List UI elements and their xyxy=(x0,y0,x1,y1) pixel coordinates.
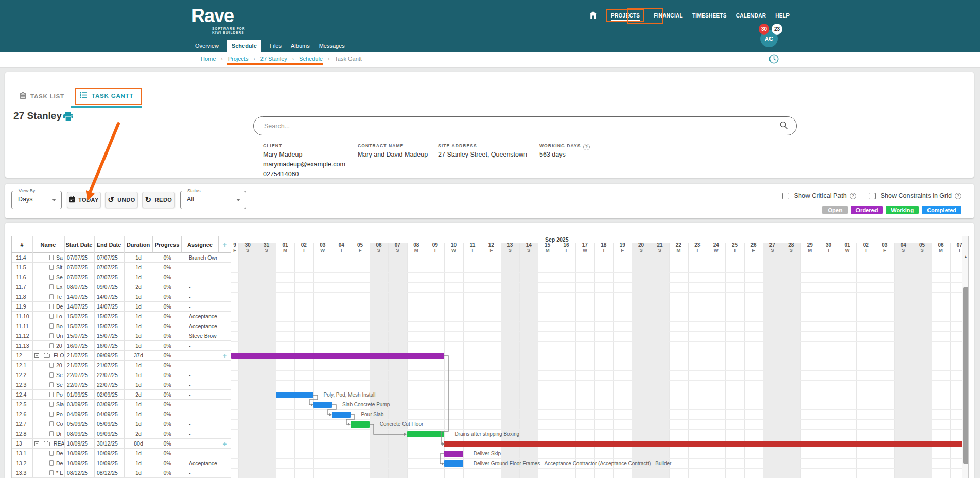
status-value: All xyxy=(187,196,194,203)
add-subtask-icon[interactable]: + xyxy=(223,351,227,360)
scrollbar-thumb[interactable] xyxy=(963,287,968,464)
gantt-bar[interactable] xyxy=(444,441,962,447)
project-info-card: TASK LIST TASK GANTT 27 Stanley CLIENT M… xyxy=(5,72,974,178)
document-icon xyxy=(49,363,54,368)
gantt-options: Show Critical Path ? Show Constraints in… xyxy=(782,192,961,199)
cell-end-date: 09/09/25 xyxy=(94,429,124,439)
subnav-tab-schedule[interactable]: Schedule xyxy=(227,40,261,52)
nav-item-label: CALENDAR xyxy=(736,13,766,19)
cell-progress: 0% xyxy=(153,439,182,449)
day-letter: M xyxy=(276,248,294,253)
show-critical-path-checkbox[interactable] xyxy=(782,193,789,199)
view-by-value: Days xyxy=(18,196,32,203)
notification-badge-white[interactable]: 23 xyxy=(772,24,782,35)
cell-duration: 2d xyxy=(124,390,153,400)
cell-duration: 1d xyxy=(124,380,153,390)
working-days-help-icon[interactable]: ? xyxy=(583,144,590,150)
day-letter: W xyxy=(575,248,594,253)
scrollbar-up-arrow[interactable]: ▲ xyxy=(962,254,969,260)
cell-end-date: 22/07/25 xyxy=(94,370,124,380)
cell-end-date: 21/07/25 xyxy=(94,361,124,370)
collapse-icon[interactable]: − xyxy=(34,353,39,358)
subnav-tab-overview[interactable]: Overview xyxy=(194,40,220,52)
clock-icon[interactable] xyxy=(769,54,779,66)
collapse-icon[interactable]: − xyxy=(34,441,39,446)
tab-task-list[interactable]: TASK LIST xyxy=(20,92,64,100)
home-icon[interactable] xyxy=(589,11,597,20)
redo-button[interactable]: ↻ REDO xyxy=(142,192,175,208)
column-header-progress: Progress xyxy=(153,236,182,253)
today-button[interactable]: TODAY xyxy=(67,192,101,208)
day-letter: T xyxy=(688,248,707,253)
cell-start-date: 15/07/25 xyxy=(64,321,94,331)
cell-task-name: Un xyxy=(32,331,64,341)
cell-duration: 80d xyxy=(124,439,153,449)
cell-start-date: 15/07/25 xyxy=(64,331,94,341)
cell-duration: 1d xyxy=(124,272,153,282)
breadcrumb-bar: Home›Projects›27 Stanley›Schedule›Task G… xyxy=(0,52,980,68)
gantt-toolbar-card: View By Days TODAY ↺ UNDO ↻ REDO Status … xyxy=(5,184,974,218)
breadcrumb-link-home[interactable]: Home xyxy=(201,56,216,62)
cell-duration: 1d xyxy=(124,312,153,321)
cell-task-name: Lo xyxy=(32,312,64,321)
breadcrumb-separator: › xyxy=(292,56,294,62)
gantt-bar[interactable] xyxy=(313,402,332,408)
gantt-bar[interactable] xyxy=(444,460,463,467)
breadcrumb-link-projects[interactable]: Projects xyxy=(228,56,249,62)
gantt-bar[interactable] xyxy=(351,421,369,428)
cell-progress: 0% xyxy=(153,282,182,292)
critical-path-help-icon[interactable]: ? xyxy=(850,193,856,199)
chevron-down-icon xyxy=(236,199,240,201)
cell-start-date: 10/09/25 xyxy=(64,439,94,449)
gantt-bar[interactable] xyxy=(276,392,313,398)
status-select[interactable]: Status All xyxy=(180,191,246,209)
document-icon xyxy=(49,431,54,436)
add-task-icon[interactable]: + xyxy=(223,240,227,249)
add-subtask-icon[interactable]: + xyxy=(223,439,227,448)
document-icon xyxy=(49,460,54,466)
document-icon xyxy=(49,275,54,280)
search-input[interactable] xyxy=(264,123,780,130)
rave-logo[interactable]: Rave xyxy=(191,5,234,27)
row-gridline xyxy=(231,409,969,410)
breadcrumb-link-27-stanley[interactable]: 27 Stanley xyxy=(260,56,287,62)
project-subnav: OverviewScheduleFilesAlbumsMessages xyxy=(194,40,346,52)
constraints-help-icon[interactable]: ? xyxy=(955,193,961,199)
search-icon[interactable] xyxy=(780,121,788,131)
show-constraints-checkbox[interactable] xyxy=(869,193,876,199)
nav-item-help[interactable]: HELP xyxy=(775,13,790,19)
subnav-tab-files[interactable]: Files xyxy=(269,40,283,52)
gantt-bar-label: Deliver Skip xyxy=(474,451,501,457)
document-icon xyxy=(49,323,54,329)
cell-task-name: Sit xyxy=(32,263,64,272)
gantt-bar[interactable] xyxy=(407,431,445,437)
cell-end-date: 15/07/25 xyxy=(94,331,124,341)
view-by-select[interactable]: View By Days xyxy=(11,191,62,209)
cell-task-id: 11.8 xyxy=(12,292,32,302)
cell-task-id: 11.6 xyxy=(12,272,32,282)
nav-item-timesheets[interactable]: TIMESHEETS xyxy=(692,13,727,19)
print-icon[interactable] xyxy=(63,112,74,124)
cell-task-id: 12.1 xyxy=(12,361,32,370)
subnav-tab-albums[interactable]: Albums xyxy=(290,40,311,52)
gantt-bar[interactable] xyxy=(444,451,463,457)
breadcrumb-link-schedule[interactable]: Schedule xyxy=(299,56,323,62)
app-header: Rave SOFTWARE FORKIWI BUILDERS PROJECTSF… xyxy=(0,0,980,52)
subnav-tab-messages[interactable]: Messages xyxy=(318,40,346,52)
notification-badge-red[interactable]: 30 xyxy=(759,24,769,35)
nav-item-calendar[interactable]: CALENDAR xyxy=(736,13,766,19)
cell-end-date: 03/09/25 xyxy=(94,400,124,409)
document-icon xyxy=(49,402,54,407)
cell-task-name: −FLOC xyxy=(32,351,64,361)
cell-start-date: 08/09/25 xyxy=(64,429,94,439)
gantt-bar-label: Concrete Cut Floor xyxy=(380,421,423,428)
cell-task-id: 11.12 xyxy=(12,331,32,341)
add-column-header[interactable]: + xyxy=(219,236,231,253)
gantt-bar[interactable] xyxy=(231,353,444,359)
gantt-bar[interactable] xyxy=(332,412,351,418)
task-name-label: Te xyxy=(56,292,62,302)
undo-button[interactable]: ↺ UNDO xyxy=(105,192,138,208)
cell-task-id: 13.3 xyxy=(12,468,32,478)
task-name-label: Co xyxy=(56,419,63,429)
task-name-label: * E xyxy=(56,468,63,478)
